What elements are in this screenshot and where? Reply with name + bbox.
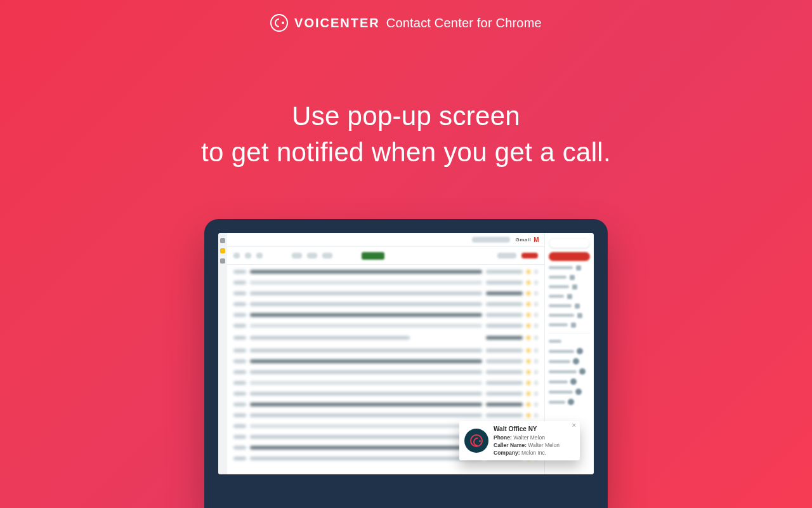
hero-line-2: to get notified when you get a call. (0, 135, 812, 171)
hero-line-1: Use pop-up screen (0, 98, 812, 135)
caller-meta: Walt Office NY Phone: Walter Melon Calle… (494, 425, 575, 457)
gmail-topbar: Gmail M (227, 233, 544, 247)
brand-text: VOICENTER Contact Center for Chrome (294, 16, 542, 30)
promo-slide: VOICENTER Contact Center for Chrome Use … (0, 0, 812, 508)
brand-name: VOICENTER (294, 16, 380, 30)
voicenter-logo-icon (270, 14, 288, 32)
gmail-toolbar (227, 247, 544, 265)
hero-headline: Use pop-up screen to get notified when y… (0, 98, 812, 170)
close-icon[interactable]: ✕ (572, 423, 577, 429)
voicenter-logo-icon (470, 434, 483, 447)
caller-field-phone: Phone: Walter Melon (494, 434, 575, 441)
monitor-illustration: Gmail M (204, 219, 608, 508)
incoming-call-popup[interactable]: ✕ Walt Office NY Phone: Walter Melon Cal… (459, 421, 580, 460)
brand-bar: VOICENTER Contact Center for Chrome (0, 14, 812, 32)
caller-field-company: Company: Melon Inc. (494, 449, 575, 457)
gmail-left-rail (218, 233, 227, 474)
caller-avatar (464, 429, 488, 453)
monitor-screen: Gmail M (218, 233, 594, 474)
inbox-pill-blur (549, 252, 590, 261)
brand-subtitle: Contact Center for Chrome (386, 16, 542, 30)
caller-field-name: Caller Name: Walter Melon (494, 441, 575, 449)
caller-title: Walt Office NY (494, 425, 575, 433)
compose-button-blur (549, 238, 590, 248)
gmail-m-icon: M (534, 236, 539, 243)
gmail-product-label: Gmail M (515, 236, 539, 243)
monitor-frame: Gmail M (204, 219, 608, 508)
